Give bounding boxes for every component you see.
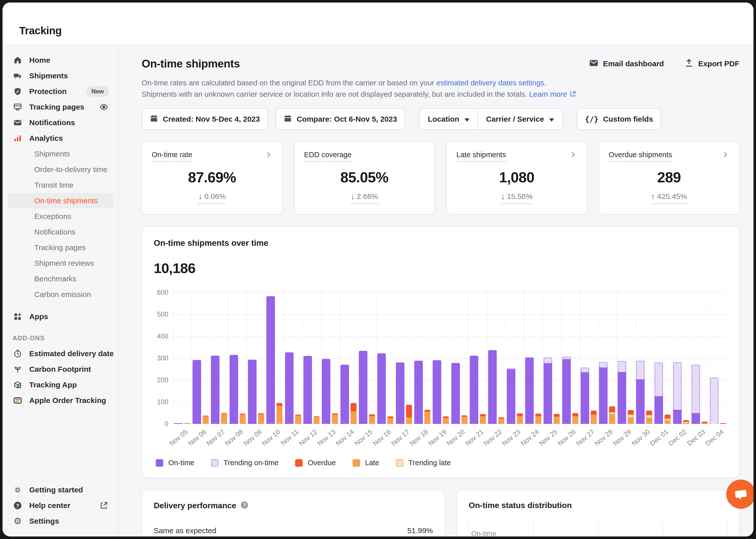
legend-item-on-time[interactable]: On-time: [156, 459, 194, 467]
overdue-segment: [554, 414, 560, 417]
legend-item-trending-on-time[interactable]: Trending on-time: [211, 459, 279, 467]
bar-group-dec-01[interactable]: [653, 292, 672, 424]
sidebar-item-exceptions[interactable]: Exceptions: [8, 208, 114, 224]
sidebar-item-benchmarks[interactable]: Benchmarks: [8, 271, 114, 287]
sidebar-item-transit-time[interactable]: Transit time: [8, 177, 114, 193]
bar-group-dec-02[interactable]: [672, 292, 690, 424]
legend-item-overdue[interactable]: Overdue: [295, 459, 336, 467]
bar-group-nov-22[interactable]: [487, 292, 506, 424]
bar-group-nov-13[interactable]: [321, 292, 339, 424]
sidebar-item-tracking-app[interactable]: Tracking App: [8, 377, 114, 393]
sidebar-item-home[interactable]: Home: [8, 52, 114, 68]
bar-group-nov-12[interactable]: [302, 292, 320, 424]
x-axis-label: Nov 29: [612, 428, 633, 448]
late-bar: [221, 413, 227, 424]
kpi-title[interactable]: On-time rate: [152, 151, 192, 162]
sidebar-item-notifications[interactable]: Notifications: [8, 115, 114, 130]
sidebar-item-settings[interactable]: ⚙Settings: [8, 513, 114, 529]
legend-item-late[interactable]: Late: [353, 459, 379, 467]
late-segment: [277, 406, 283, 424]
bar-group-nov-14[interactable]: [339, 292, 358, 424]
chevron-right-icon[interactable]: [721, 151, 729, 160]
sidebar-item-protection[interactable]: ProtectionNew: [8, 84, 114, 99]
kpi-card-late-shipments[interactable]: Late shipments1,080↓15.56%: [446, 141, 587, 215]
kpi-title[interactable]: Late shipments: [457, 151, 506, 162]
sidebar-item-carbon-emission[interactable]: Carbon emission: [8, 287, 114, 302]
sidebar-item-help-center[interactable]: ?Help center: [8, 498, 114, 513]
sidebar-item-shipments[interactable]: Shipments: [8, 68, 114, 84]
custom-fields-button[interactable]: {/} Custom fields: [577, 108, 661, 130]
kpi-value: 87.69%: [152, 169, 272, 186]
sidebar-item-carbon-footprint[interactable]: Carbon Footprint: [8, 361, 114, 377]
late-bar: [572, 413, 578, 424]
bar-group-nov-11[interactable]: [284, 292, 302, 424]
bar-group-dec-04[interactable]: [709, 292, 727, 424]
bar-group-nov-07[interactable]: [210, 292, 228, 424]
bar-group-nov-28[interactable]: [598, 292, 617, 424]
edd-settings-link[interactable]: estimated delivery dates settings: [436, 79, 544, 87]
kpi-delta-inner[interactable]: ↑425.45%: [651, 192, 687, 204]
bar-group-nov-24[interactable]: [524, 292, 542, 424]
delta-arrow-down-icon: ↓: [501, 192, 505, 201]
learn-more-link[interactable]: Learn more: [529, 90, 567, 98]
trending-on-time-segment: [636, 361, 645, 379]
chat-widget-button[interactable]: [726, 480, 753, 509]
compare-date-filter[interactable]: Compare: Oct 6-Nov 5, 2023: [276, 108, 405, 130]
sidebar-item-on-time-shipments[interactable]: On-time shipments: [8, 193, 114, 208]
kpi-delta-inner[interactable]: ↓0.06%: [198, 192, 226, 204]
created-date-filter[interactable]: Created: Nov 5-Dec 4, 2023: [142, 108, 268, 130]
sidebar-item-tracking-pages[interactable]: Tracking pages: [8, 99, 114, 115]
bar-group-dec-03[interactable]: [690, 292, 709, 424]
bar-group-nov-18[interactable]: [413, 292, 431, 424]
kpi-title[interactable]: EDD coverage: [304, 151, 352, 162]
sidebar-item-getting-started[interactable]: Getting started: [8, 482, 114, 498]
sidebar-item-apps[interactable]: Apps: [8, 309, 114, 324]
x-axis-label: Dec 03: [685, 428, 707, 448]
bar-group-nov-16[interactable]: [376, 292, 395, 424]
bar-group-nov-25[interactable]: [543, 292, 561, 424]
bar-group-nov-19[interactable]: [432, 292, 450, 424]
export-pdf-button[interactable]: Export PDF: [684, 58, 739, 69]
bar-group-nov-08[interactable]: [228, 292, 247, 424]
external-link-icon: [99, 501, 109, 510]
bar-group-nov-30[interactable]: [635, 292, 653, 424]
kpi-delta-inner[interactable]: ↓15.56%: [501, 192, 533, 204]
bar-group-nov-09[interactable]: [247, 292, 265, 424]
bar-group-nov-20[interactable]: [450, 292, 468, 424]
bar-group-nov-29[interactable]: [617, 292, 635, 424]
kpi-delta-inner[interactable]: ↓2.66%: [351, 192, 378, 204]
late-segment: [351, 411, 357, 424]
x-axis-label: Nov 30: [630, 428, 651, 448]
sidebar-item-estimated-delivery-date[interactable]: Estimated delivery date: [8, 346, 114, 361]
legend-label: Trending late: [408, 459, 451, 467]
sidebar-item-analytics-shipments[interactable]: Shipments: [8, 146, 114, 162]
sidebar-item-shipment-reviews[interactable]: Shipment reviews: [8, 256, 114, 271]
bar-group-nov-17[interactable]: [395, 292, 413, 424]
bar-group-nov-27[interactable]: [579, 292, 598, 424]
kpi-title[interactable]: Overdue shipments: [609, 151, 672, 162]
sidebar-item-tracking-pages-analytics[interactable]: Tracking pages: [8, 240, 114, 256]
kpi-card-on-time-rate[interactable]: On-time rate87.69%↓0.06%: [142, 141, 283, 215]
sidebar-item-apple-order-tracking[interactable]: Apple Order Tracking: [8, 393, 114, 408]
carrier-service-filter[interactable]: Carrier / Service: [478, 109, 562, 129]
sidebar-item-notifications-analytics[interactable]: Notifications: [8, 224, 114, 240]
chart-bars: [173, 292, 727, 424]
email-dashboard-button[interactable]: Email dashboard: [589, 58, 664, 69]
bar-group-nov-23[interactable]: [506, 292, 524, 424]
chevron-right-icon[interactable]: [569, 151, 577, 160]
bar-group-nov-21[interactable]: [468, 292, 487, 424]
bar-group-nov-06[interactable]: [191, 292, 210, 424]
late-segment: [683, 423, 689, 424]
legend-item-trending-late[interactable]: Trending late: [396, 459, 451, 467]
bar-group-nov-05[interactable]: [173, 292, 191, 424]
sidebar-item-analytics[interactable]: Analytics: [8, 130, 114, 146]
kpi-card-overdue-shipments[interactable]: Overdue shipments289↑425.45%: [599, 141, 740, 215]
help-circle-icon[interactable]: ?: [240, 501, 249, 510]
chevron-right-icon[interactable]: [264, 151, 272, 160]
y-axis-tick: 100: [157, 398, 168, 406]
sidebar-item-order-to-delivery-time[interactable]: Order-to-delivery time: [8, 162, 114, 177]
bar-group-nov-26[interactable]: [561, 292, 579, 424]
bar-group-nov-15[interactable]: [358, 292, 376, 424]
location-filter[interactable]: Location: [420, 109, 477, 129]
bar-group-nov-10[interactable]: [265, 292, 284, 424]
